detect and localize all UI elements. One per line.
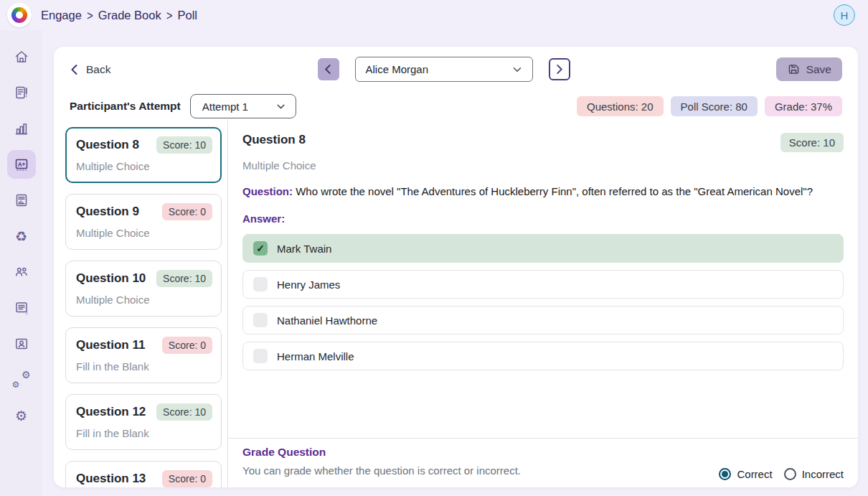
person-card-icon bbox=[14, 336, 29, 352]
question-list-item[interactable]: Question 10Score: 10 Multiple Choice bbox=[65, 261, 222, 317]
question-title: Question 13 bbox=[76, 472, 146, 486]
toolbar: Back Alice Morgan Save bbox=[70, 57, 842, 82]
sidebar-item-reports[interactable] bbox=[7, 186, 36, 215]
answer-option-label: Mark Twain bbox=[277, 243, 331, 255]
question-list[interactable]: Question 8Score: 10 Multiple Choice Ques… bbox=[54, 121, 228, 487]
detail-question-title: Question 8 bbox=[242, 133, 306, 147]
question-type: Multiple Choice bbox=[76, 160, 212, 172]
answer-option[interactable]: Henry James bbox=[242, 270, 844, 299]
svg-text:A+: A+ bbox=[17, 162, 25, 168]
answer-option-label: Henry James bbox=[277, 279, 340, 291]
sidebar-item-quizzes[interactable]: ? bbox=[7, 294, 36, 322]
checkbox-icon[interactable] bbox=[253, 313, 268, 327]
question-score-badge: Score: 10 bbox=[156, 136, 212, 154]
question-title: Question 11 bbox=[76, 338, 145, 352]
next-student-button[interactable] bbox=[549, 58, 570, 80]
student-dropdown[interactable]: Alice Morgan bbox=[355, 57, 533, 82]
report-document-icon bbox=[14, 192, 29, 208]
chevron-down-icon bbox=[511, 63, 524, 76]
question-list-item[interactable]: Question 8Score: 10 Multiple Choice bbox=[65, 127, 222, 183]
breadcrumb-grade-book[interactable]: Grade Book bbox=[98, 9, 161, 22]
answer-option[interactable]: Nathaniel Hawthorne bbox=[242, 306, 844, 334]
sidebar-item-grade-book[interactable]: A+ bbox=[7, 150, 36, 179]
answer-label: Answer: bbox=[242, 212, 844, 225]
grade-question-heading: Grade Question bbox=[242, 446, 521, 459]
checkbox-icon[interactable] bbox=[253, 349, 268, 363]
grade-question-description: You can grade whether the question is co… bbox=[242, 464, 521, 477]
student-dropdown-value: Alice Morgan bbox=[366, 63, 429, 75]
previous-student-button[interactable] bbox=[318, 58, 339, 80]
question-list-item[interactable]: Question 11Score: 0 Fill in the Blank bbox=[65, 327, 222, 383]
answer-option[interactable]: ✓ Mark Twain bbox=[242, 234, 844, 263]
grade-question-footer: Grade Question You can grade whether the… bbox=[228, 438, 858, 487]
notebook-icon bbox=[14, 85, 29, 100]
question-type: Fill in the Blank bbox=[76, 427, 212, 439]
save-label: Save bbox=[806, 63, 831, 76]
sidebar-item-settings[interactable]: ⚙ bbox=[7, 401, 36, 430]
radio-icon[interactable] bbox=[719, 468, 731, 480]
poll-score-badge: Poll Score: 80 bbox=[671, 96, 758, 116]
breadcrumb-separator-icon: > bbox=[166, 7, 173, 22]
chevron-down-icon bbox=[275, 100, 287, 113]
question-list-item[interactable]: Question 12Score: 10 Fill in the Blank bbox=[65, 394, 222, 450]
question-list-item[interactable]: Question 9Score: 0 Multiple Choice bbox=[65, 194, 222, 250]
question-score-badge: Score: 10 bbox=[156, 403, 212, 421]
checkbox-icon[interactable] bbox=[253, 277, 268, 291]
detail-question-type: Multiple Choice bbox=[242, 159, 844, 172]
summary-badges: Questions: 20 Poll Score: 80 Grade: 37% bbox=[577, 96, 842, 116]
chevron-left-icon bbox=[70, 64, 80, 75]
sidebar-item-analytics[interactable] bbox=[7, 114, 36, 143]
correct-radio-label: Correct bbox=[737, 468, 772, 480]
attempt-label: Participant's Attempt bbox=[70, 100, 181, 113]
recycle-icon: ♻ bbox=[15, 230, 27, 243]
breadcrumb: Engage > Grade Book > Poll bbox=[41, 9, 197, 22]
attempt-dropdown-value: Attempt 1 bbox=[202, 100, 248, 113]
detail-score-badge: Score: 10 bbox=[780, 133, 844, 152]
grading-body: Question 8Score: 10 Multiple Choice Ques… bbox=[54, 121, 858, 487]
bar-chart-icon bbox=[14, 121, 29, 136]
breadcrumb-poll[interactable]: Poll bbox=[177, 9, 197, 22]
save-floppy-icon bbox=[787, 62, 801, 76]
question-label: Question: bbox=[242, 185, 293, 197]
back-button[interactable]: Back bbox=[70, 63, 110, 76]
question-title: Question 12 bbox=[76, 405, 146, 419]
attempt-dropdown[interactable]: Attempt 1 bbox=[190, 94, 296, 118]
question-title: Question 10 bbox=[76, 271, 146, 286]
question-score-badge: Score: 0 bbox=[162, 337, 212, 354]
answer-option[interactable]: Herman Melville bbox=[242, 342, 844, 370]
question-text: Question: Who wrote the novel "The Adven… bbox=[242, 184, 816, 199]
app-logo[interactable] bbox=[7, 3, 32, 27]
double-gear-icon: ⚙ ⚙ bbox=[13, 371, 30, 388]
checkbox-icon[interactable]: ✓ bbox=[253, 241, 268, 256]
question-title: Question 9 bbox=[76, 205, 139, 219]
user-avatar[interactable]: H bbox=[834, 4, 855, 26]
incorrect-radio-label: Incorrect bbox=[802, 468, 844, 480]
grade-radio-group: Correct Incorrect bbox=[719, 461, 844, 487]
sidebar-item-id-card[interactable] bbox=[7, 329, 36, 358]
sidebar-item-recycle[interactable]: ♻ bbox=[7, 222, 36, 251]
save-button[interactable]: Save bbox=[776, 57, 842, 81]
home-icon bbox=[14, 49, 29, 65]
question-score-badge: Score: 0 bbox=[162, 203, 212, 220]
chevron-left-icon bbox=[324, 64, 333, 75]
sidebar-item-home[interactable] bbox=[7, 42, 36, 71]
sidebar-nav: A+ ♻ ? ⚙ ⚙ ⚙ bbox=[0, 30, 42, 496]
correct-radio[interactable]: Correct bbox=[719, 468, 772, 480]
chevron-right-icon bbox=[555, 64, 564, 75]
questions-count-badge: Questions: 20 bbox=[577, 96, 664, 116]
student-navigator: Alice Morgan bbox=[318, 57, 570, 82]
question-type: Multiple Choice bbox=[76, 294, 212, 306]
users-icon bbox=[14, 264, 29, 280]
radio-icon[interactable] bbox=[784, 468, 796, 480]
question-list-item[interactable]: Question 13Score: 0 True or False bbox=[65, 461, 222, 487]
sidebar-item-integrations[interactable]: ⚙ ⚙ bbox=[7, 365, 36, 394]
sidebar-item-courses[interactable] bbox=[7, 78, 36, 107]
attempt-row: Participant's Attempt Attempt 1 Question… bbox=[70, 94, 842, 118]
answer-option-label: Nathaniel Hawthorne bbox=[277, 314, 377, 327]
breadcrumb-engage[interactable]: Engage bbox=[41, 9, 82, 22]
back-label: Back bbox=[86, 63, 110, 76]
sidebar-item-participants[interactable] bbox=[7, 258, 36, 286]
answer-option-label: Herman Melville bbox=[277, 350, 354, 362]
incorrect-radio[interactable]: Incorrect bbox=[784, 468, 844, 480]
question-score-badge: Score: 0 bbox=[162, 470, 212, 487]
